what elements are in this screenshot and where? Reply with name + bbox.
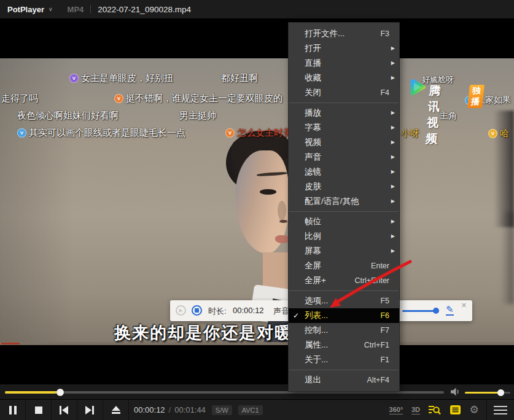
next-button[interactable] (77, 400, 103, 420)
menu-item-label: 字幕 (305, 120, 321, 135)
pencil-icon[interactable]: ✎ (446, 304, 454, 316)
menu-item-label: 属性... (305, 338, 328, 352)
hamburger-icon (494, 406, 507, 414)
pause-button[interactable] (0, 400, 26, 420)
overlay-volume-thumb[interactable] (433, 308, 439, 314)
overlay-play-glyph: ▶ (179, 308, 182, 313)
submenu-arrow-icon: ▶ (391, 229, 395, 244)
codec-badge: AVC1 (238, 405, 263, 415)
search-playlist-button[interactable] (425, 400, 443, 420)
potplayer-window: PotPlayer ∨ MP4 2022-07-21_090028.mp4 V女… (0, 0, 514, 420)
seek-bar-progress (5, 391, 60, 394)
menu-item-skins[interactable]: 皮肤▶ (289, 179, 399, 194)
menu-item-shortcut: F5 (380, 294, 389, 308)
seek-bar-thumb[interactable] (56, 389, 64, 396)
context-menu: 打开文件...F3打开▶直播▶收藏▶关闭F4播放▶字幕▶视频▶声音▶滤镜▶皮肤▶… (289, 23, 399, 391)
titlebar-divider (90, 5, 91, 14)
menu-item-video[interactable]: 视频▶ (289, 135, 399, 150)
menu-item-live-broadcast[interactable]: 直播▶ (289, 56, 399, 71)
menu-item-label: 打开 (305, 41, 321, 56)
menu-item-label: 列表... (305, 308, 328, 323)
previous-button[interactable] (52, 400, 77, 420)
menu-item-playback[interactable]: 播放▶ (289, 106, 399, 120)
menu-item-label: 比例 (305, 229, 321, 244)
menu-item-screen[interactable]: 屏幕▶ (289, 244, 399, 259)
seek-bar-track[interactable] (5, 391, 444, 394)
menu-item-label: 皮肤 (305, 179, 321, 194)
menu-separator (289, 290, 399, 291)
menu-item-label: 打开文件... (305, 26, 345, 41)
rotate-360-button[interactable]: 360° (386, 400, 407, 420)
speaker-icon[interactable] (451, 387, 462, 396)
menu-item-open-file[interactable]: 打开文件...F3 (289, 26, 399, 41)
menu-item-fullscreen[interactable]: 全屏Enter (289, 259, 399, 273)
submenu-arrow-icon: ▶ (391, 135, 395, 150)
menu-item-close[interactable]: 关闭F4 (289, 85, 399, 100)
menu-item-fullscreen-plus[interactable]: 全屏+Ctrl+Enter (289, 273, 399, 288)
pause-icon (9, 406, 17, 414)
menu-item-label: 关闭 (305, 85, 321, 100)
app-menu-button[interactable]: PotPlayer (7, 5, 44, 14)
playlist-button[interactable] (446, 400, 464, 420)
menu-item-label: 收藏 (305, 71, 321, 85)
volume-slider-thumb[interactable] (497, 389, 504, 396)
chevron-down-icon[interactable]: ∨ (49, 6, 53, 12)
decoder-badge: S/W (212, 405, 232, 415)
submenu-arrow-icon: ▶ (391, 194, 395, 209)
overlay-play-icon[interactable]: ▶ (176, 305, 186, 316)
stop-button[interactable] (26, 400, 52, 420)
menu-item-label: 全屏+ (305, 273, 326, 288)
menu-item-label: 关于... (305, 352, 328, 367)
menu-separator (289, 370, 399, 370)
next-icon (85, 406, 95, 414)
menu-item-label: 选项... (305, 294, 328, 308)
close-icon[interactable]: ✕ (461, 301, 467, 309)
menu-item-open[interactable]: 打开▶ (289, 41, 399, 56)
menu-item-favorites[interactable]: 收藏▶ (289, 71, 399, 85)
menu-item-shortcut: F1 (380, 352, 389, 367)
menu-item-filters[interactable]: 滤镜▶ (289, 165, 399, 179)
menu-item-shortcut: Ctrl+F1 (364, 338, 389, 352)
menu-item-label: 退出 (305, 373, 321, 387)
overlay-volume-slider[interactable] (402, 310, 434, 312)
submenu-arrow-icon: ▶ (391, 41, 395, 56)
menu-item-audio[interactable]: 声音▶ (289, 150, 399, 165)
rotate-360-icon: 360° (389, 406, 403, 414)
title-bar: PotPlayer ∨ MP4 2022-07-21_090028.mp4 (0, 0, 514, 18)
volume-slider-fill (465, 392, 501, 394)
settings-button[interactable]: ⚙ (464, 400, 484, 420)
menu-item-control[interactable]: 控制...F7 (289, 323, 399, 338)
actor-eye (260, 189, 276, 195)
time-separator: / (169, 405, 171, 414)
menu-item-about[interactable]: 关于...F1 (289, 352, 399, 367)
menu-item-config-language-others[interactable]: 配置/语言/其他▶ (289, 194, 399, 209)
menu-button[interactable] (490, 400, 511, 420)
time-display: 00:00:12 / 00:01:44 S/W AVC1 (134, 400, 263, 420)
menu-item-label: 直播 (305, 56, 321, 71)
right-edge-shadow-lower (501, 212, 514, 304)
menu-item-playlist[interactable]: ✓列表...F6 (289, 308, 399, 323)
eject-button[interactable] (103, 400, 129, 420)
submenu-arrow-icon: ▶ (391, 214, 395, 229)
menu-item-shortcut: Ctrl+Enter (354, 273, 389, 288)
menu-item-options[interactable]: 选项...F5 (289, 294, 399, 308)
menu-item-frame[interactable]: 帧位▶ (289, 214, 399, 229)
actor-nose (278, 201, 286, 220)
menu-item-label: 屏幕 (305, 244, 321, 259)
subtitle-text: 换来的却是你还是对暖 (114, 322, 292, 344)
menu-item-subtitles[interactable]: 字幕▶ (289, 120, 399, 135)
current-time: 00:00:12 (134, 405, 165, 414)
mode-3d-button[interactable]: 3D (407, 400, 424, 420)
menu-item-shortcut: Enter (371, 259, 389, 273)
submenu-arrow-icon: ▶ (391, 120, 395, 135)
video-bottom-strip-red (1, 343, 20, 344)
format-badge: MP4 (68, 5, 84, 14)
menu-item-label: 全屏 (305, 259, 321, 273)
submenu-arrow-icon: ▶ (391, 56, 395, 71)
right-edge-shadow (494, 111, 514, 227)
menu-item-exit[interactable]: 退出Alt+F4 (289, 373, 399, 387)
overlay-stop-icon[interactable] (192, 305, 202, 316)
menu-item-properties[interactable]: 属性...Ctrl+F1 (289, 338, 399, 352)
playlist-icon (450, 405, 461, 414)
menu-item-aspect-ratio[interactable]: 比例▶ (289, 229, 399, 244)
